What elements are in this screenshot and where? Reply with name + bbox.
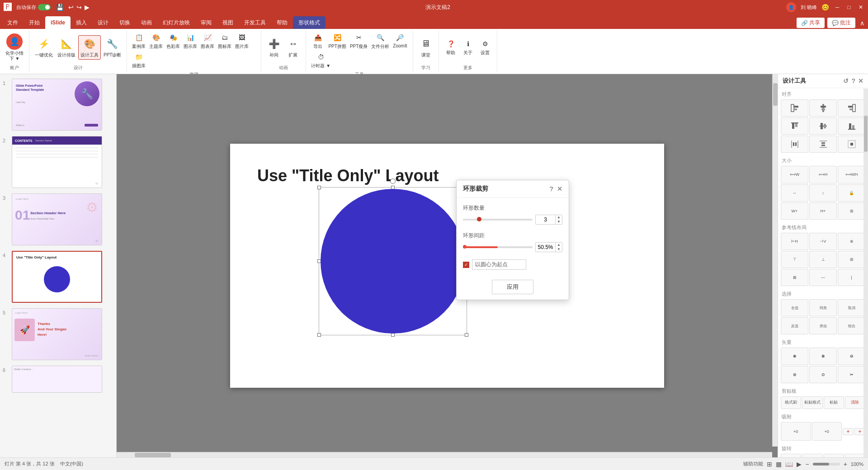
canvas-vscrollbar[interactable] (772, 74, 778, 446)
slide-thumb-6[interactable]: iSlide Content... (12, 366, 102, 393)
size-same-wh[interactable]: ⟺WH (838, 166, 865, 183)
ribbon-collapse-btn[interactable]: ∧ (858, 19, 866, 27)
handle-rotate[interactable] (390, 179, 396, 184)
guide-del-h[interactable]: — (809, 269, 837, 286)
rotate-left-btn[interactable]: ↺ (781, 454, 801, 457)
slide-thumb-4[interactable]: Use "Title Only" Layout (12, 251, 102, 303)
tab-switch[interactable]: 切换 (114, 16, 136, 29)
vector-trim[interactable]: ✂ (838, 366, 865, 383)
guide-snap-bot[interactable]: ⊞ (838, 251, 865, 268)
guide-snap-mid[interactable]: ⊥ (809, 251, 837, 268)
classroom-btn[interactable]: 🖥 课堂 (417, 36, 435, 59)
dt-help-icon[interactable]: ? (851, 77, 855, 85)
ppt-diagnose-btn[interactable]: 🔧 PPT诊断 (102, 36, 123, 59)
close-btn[interactable]: ✕ (857, 4, 864, 11)
handle-bottom-left[interactable] (317, 333, 321, 337)
canvas-hscroll-thumb[interactable] (135, 453, 171, 457)
snap-value-1[interactable]: +0 (781, 422, 811, 441)
guide-snap-top[interactable]: ⊤ (781, 251, 808, 268)
slide-item-4[interactable]: 4 Use "Title Only" Layout (2, 250, 114, 304)
slide-thumb-2[interactable]: CONTENTS Section Name 02 (12, 136, 102, 188)
icon-library-btn[interactable]: 🗂 图标库 (217, 32, 233, 50)
slide-thumb-1[interactable]: iSlide PowerPointStandard Template Lake … (12, 79, 102, 131)
size-same-w[interactable]: ⟺W (781, 166, 808, 183)
account-btn[interactable]: 👤 化学小情下 ▼ (4, 33, 25, 62)
design-tool-btn[interactable]: 🎨 设计工具 (78, 35, 101, 60)
chart-library-btn[interactable]: 📈 图表库 (199, 32, 216, 50)
color-library-btn[interactable]: 🎭 色彩库 (165, 32, 181, 50)
align-bottom[interactable] (838, 118, 865, 135)
tab-devtools[interactable]: 开发工具 (239, 16, 271, 29)
tab-review[interactable]: 审阅 (195, 16, 217, 29)
dialog-close-icon[interactable]: ✕ (557, 185, 562, 193)
slide-item-1[interactable]: 1 iSlide PowerPointStandard Template Lak… (2, 78, 114, 132)
distribute-h[interactable] (781, 136, 808, 153)
size-fit-w[interactable]: ↔ (781, 184, 808, 202)
tab-slideshow[interactable]: 幻灯片放映 (157, 16, 195, 29)
right-panel-scrollbar[interactable] (863, 89, 868, 457)
tween-btn[interactable]: ➕ 补间 (265, 36, 283, 59)
tab-view[interactable]: 视图 (217, 16, 239, 29)
size-reset[interactable]: ⊞ (838, 202, 865, 220)
guide-add-h[interactable]: ⊢H (781, 233, 808, 250)
select-invert[interactable]: 反选 (781, 317, 808, 334)
share-btn[interactable]: 🔗 共享 (797, 18, 825, 28)
blue-circle-shape[interactable] (321, 189, 465, 334)
flip-h-btn[interactable]: ⇕ (824, 454, 844, 457)
maximize-btn[interactable]: □ (845, 4, 853, 11)
distribute-v[interactable] (809, 136, 837, 153)
tab-animation[interactable]: 动画 (136, 16, 157, 29)
slide-item-3[interactable]: 3 Logo Here 01 Section Header Here Some … (2, 193, 114, 246)
vector-intersect[interactable]: ⊗ (809, 348, 837, 365)
view-read-icon[interactable]: 📖 (785, 461, 793, 468)
expand-btn[interactable]: ↔ 扩展 (284, 36, 302, 59)
guide-add-v[interactable]: ⊣V (809, 233, 837, 250)
shape-container[interactable] (321, 189, 465, 334)
dt-refresh-icon[interactable]: ↺ (843, 77, 849, 85)
export-btn[interactable]: 📤 导出 (310, 32, 326, 50)
align-middle-v[interactable] (809, 118, 837, 135)
align-center-h[interactable] (809, 99, 837, 117)
redo-btn[interactable]: ↪ (76, 4, 82, 11)
ppt-slim-btn[interactable]: ✂ PPT瘦身 (349, 32, 369, 50)
size-fit-h[interactable]: ↕ (809, 184, 837, 202)
clipboard-paste-btn[interactable]: 粘贴 (824, 396, 844, 409)
select-all[interactable]: 全选 (781, 299, 808, 316)
diagram-library-btn[interactable]: 📊 图示库 (182, 32, 198, 50)
snap-add[interactable]: + (843, 428, 854, 435)
guide-del-v[interactable]: | (838, 269, 865, 286)
ring-spacing-value[interactable]: 50.5% (536, 243, 555, 251)
slide-thumb-3[interactable]: Logo Here 01 Section Header Here Some Pl… (12, 193, 102, 245)
settings-btn[interactable]: ⚙ 设置 (477, 38, 493, 56)
size-same-h[interactable]: ⟺H (809, 166, 837, 183)
align-slide[interactable] (838, 136, 865, 153)
design-layout-btn[interactable]: 📐 设计排版 (56, 36, 77, 59)
emoji-btn[interactable]: 😊 (821, 4, 829, 11)
tab-insert[interactable]: 插入 (71, 16, 92, 29)
slide-item-5[interactable]: 5 Logo Here 🚀 ThanksAnd Your SloganHere!… (2, 307, 114, 361)
dialog-help-icon[interactable]: ? (549, 185, 553, 193)
zoom-minus[interactable]: − (805, 461, 809, 468)
zoomit-btn[interactable]: 🔎 ZoomIt (392, 32, 408, 50)
copy-format-btn[interactable]: 格式刷 (781, 396, 801, 409)
select-type[interactable]: 同类 (809, 299, 837, 316)
view-slide-icon[interactable]: ▦ (776, 461, 782, 468)
autosave-switch[interactable] (38, 4, 51, 10)
photo-library-btn[interactable]: 🖼 图片库 (234, 32, 250, 50)
vector-subtract[interactable]: ⊖ (838, 348, 865, 365)
handle-bottom-right[interactable] (465, 333, 468, 337)
tab-shapeformat[interactable]: 形状格式 (293, 16, 326, 29)
minimize-btn[interactable]: ─ (834, 4, 841, 11)
slide-main-title[interactable]: Use "Title Only" Layout (257, 166, 439, 185)
tab-help[interactable]: 帮助 (271, 16, 293, 29)
size-h-plus[interactable]: H+ (809, 202, 837, 220)
flip-v-btn[interactable]: ⇔ (845, 454, 865, 457)
canvas-hscrollbar[interactable] (117, 452, 772, 457)
ring-count-value[interactable]: 3 (536, 216, 555, 224)
size-w-plus[interactable]: W+ (781, 202, 808, 220)
tab-islide[interactable]: iSlide (45, 16, 71, 29)
optimize-btn[interactable]: ⚡ 一键优化 (33, 36, 55, 59)
save-icon[interactable]: 💾 (56, 4, 64, 11)
paste-format-btn[interactable]: 粘贴格式 (802, 396, 822, 409)
undo-btn[interactable]: ↩ (68, 4, 74, 11)
